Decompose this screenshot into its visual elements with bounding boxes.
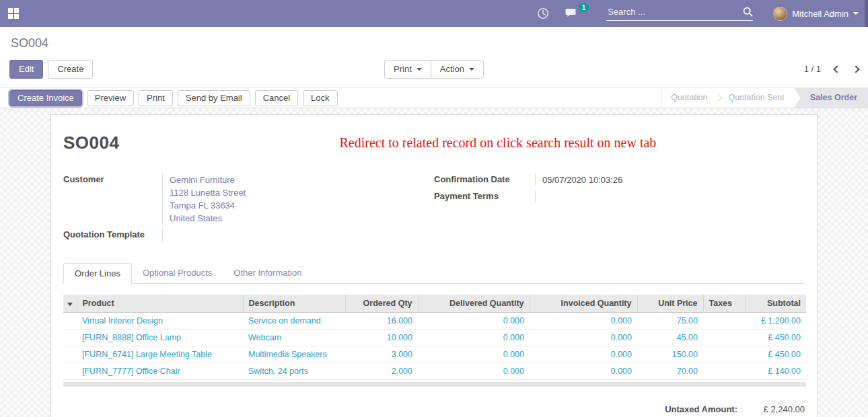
col-header-subtotal[interactable]: Subtotal: [745, 295, 806, 313]
cell-product[interactable]: Virtual Interior Design: [77, 313, 243, 330]
status-pipeline: Quotation Quotation Sent Sales Order: [661, 88, 868, 108]
avatar: [773, 7, 787, 21]
sheet-title-row: SO004 Redirect to related record on clic…: [63, 132, 805, 153]
cell-subtotal: £ 140.00: [745, 363, 806, 380]
table-row[interactable]: Virtual Interior Design Service on deman…: [63, 313, 806, 330]
create-button[interactable]: Create: [48, 60, 93, 79]
customer-street: 1128 Lunetta Street: [170, 186, 434, 199]
tab-other-information[interactable]: Other Information: [223, 263, 312, 283]
table-row[interactable]: [FURN_7777] Office Chair Switch, 24 port…: [63, 363, 806, 380]
payment-terms-value: [535, 190, 805, 203]
cell-description: Service on demand: [243, 313, 345, 330]
col-header-invoiced-quantity[interactable]: Invoiced Quantity: [530, 295, 637, 313]
edit-create-group: Edit Create: [9, 60, 93, 79]
chevron-down-icon: [853, 12, 859, 15]
lock-button[interactable]: Lock: [303, 90, 337, 106]
order-lines-table: Product Description Ordered Qty Delivere…: [63, 295, 806, 380]
field-group-right: Confirmation Date 05/07/2020 10:03:26 Pa…: [434, 174, 805, 245]
sale-order-sheet: SO004 Redirect to related record on clic…: [50, 114, 818, 417]
cell-taxes: [703, 363, 745, 380]
row-handle-cell: [63, 346, 77, 363]
activities-clock-icon[interactable]: [537, 7, 549, 20]
cell-delivered-qty: 0.000: [418, 346, 530, 363]
col-header-description[interactable]: Description: [243, 295, 345, 313]
search-input[interactable]: [606, 6, 743, 17]
payment-terms-label: Payment Terms: [434, 190, 535, 203]
cell-invoiced-qty: 0.000: [530, 313, 637, 330]
customer-country: United States: [170, 212, 434, 225]
step-quotation-sent[interactable]: Quotation Sent: [719, 88, 793, 108]
cell-invoiced-qty: 0.000: [530, 346, 637, 363]
cell-unit-price: 150.00: [637, 346, 703, 363]
action-menu-button[interactable]: Action: [431, 60, 484, 79]
customer-label: Customer: [63, 174, 162, 225]
cell-description: Switch, 24 ports: [243, 363, 345, 380]
customer-city: Tampa FL 33634: [170, 199, 434, 212]
col-header-taxes[interactable]: Taxes: [703, 295, 745, 313]
statusbar: Create Invoice Preview Print Send by Ema…: [0, 87, 868, 108]
page-title: SO004: [63, 132, 119, 153]
top-navbar: 1 Mitchell Admin: [0, 0, 868, 27]
cell-subtotal: £ 450.00: [745, 346, 806, 363]
tab-optional-products[interactable]: Optional Products: [132, 263, 223, 283]
row-handle-cell: [63, 363, 77, 380]
cell-product[interactable]: [FURN_6741] Large Meeting Table: [77, 346, 243, 363]
table-row[interactable]: [FURN_6741] Large Meeting Table Multimed…: [63, 346, 806, 363]
cell-taxes: [703, 313, 745, 330]
user-menu[interactable]: Mitchell Admin: [773, 7, 859, 21]
table-scrollbar-track[interactable]: [63, 382, 806, 387]
cell-delivered-qty: 0.000: [418, 363, 530, 380]
field-groups: Customer Gemini Furniture 1128 Lunetta S…: [63, 174, 805, 245]
confirmation-date-field-row: Confirmation Date 05/07/2020 10:03:26: [434, 174, 805, 186]
cancel-button[interactable]: Cancel: [255, 90, 298, 106]
customer-name-link[interactable]: Gemini Furniture: [170, 174, 434, 186]
cell-ordered-qty: 3.000: [345, 346, 418, 363]
send-by-email-button[interactable]: Send by Email: [178, 90, 250, 106]
cell-delivered-qty: 0.000: [418, 330, 530, 346]
customer-field-row: Customer Gemini Furniture 1128 Lunetta S…: [63, 174, 434, 225]
print-menu-label: Print: [394, 64, 412, 74]
edit-button[interactable]: Edit: [9, 60, 43, 79]
statusbar-buttons: Create Invoice Preview Print Send by Ema…: [9, 90, 338, 106]
totals-section: Untaxed Amount: £ 2,240.00: [63, 404, 805, 414]
pager-next-icon[interactable]: [852, 65, 859, 73]
search-icon[interactable]: [743, 7, 753, 17]
customer-value[interactable]: Gemini Furniture 1128 Lunetta Street Tam…: [162, 174, 434, 225]
chevron-down-icon: [417, 68, 422, 71]
cell-invoiced-qty: 0.000: [530, 363, 637, 380]
pager-count: 1 / 1: [804, 64, 821, 74]
print-action-group: Print Action: [384, 60, 484, 79]
col-header-delivered-quantity[interactable]: Delivered Quantity: [418, 295, 530, 313]
cell-unit-price: 70.00: [637, 363, 703, 380]
pager: 1 / 1: [804, 64, 859, 74]
tab-order-lines[interactable]: Order Lines: [63, 263, 132, 284]
step-quotation[interactable]: Quotation: [661, 88, 717, 108]
preview-button[interactable]: Preview: [87, 90, 134, 106]
content-area: SO004 Redirect to related record on clic…: [0, 108, 868, 417]
cell-ordered-qty: 10.000: [345, 330, 418, 346]
action-menu-label: Action: [440, 64, 464, 74]
messages-icon[interactable]: 1: [565, 8, 579, 20]
user-name: Mitchell Admin: [792, 9, 848, 19]
cell-subtotal: £ 450.00: [745, 330, 806, 346]
cell-description: Multimedia Speakers: [243, 346, 345, 363]
cell-taxes: [703, 330, 745, 346]
create-invoice-button[interactable]: Create Invoice: [9, 90, 82, 106]
pager-previous-icon[interactable]: [833, 65, 840, 73]
apps-menu-icon[interactable]: [8, 8, 19, 19]
col-header-ordered-qty[interactable]: Ordered Qty: [345, 295, 418, 313]
print-menu-button[interactable]: Print: [384, 60, 431, 79]
step-sales-order[interactable]: Sales Order: [794, 88, 868, 108]
search-box: [606, 6, 753, 21]
print-button[interactable]: Print: [139, 90, 173, 106]
col-header-unit-price[interactable]: Unit Price: [637, 295, 703, 313]
table-row[interactable]: [FURN_8888] Office Lamp Webcam 10.000 0.…: [63, 330, 806, 346]
sort-caret-cell[interactable]: [63, 295, 77, 313]
payment-terms-field-row: Payment Terms: [434, 190, 805, 203]
row-handle-cell: [63, 330, 77, 346]
cell-product[interactable]: [FURN_7777] Office Chair: [77, 363, 243, 380]
chevron-down-icon: [469, 68, 474, 71]
col-header-product[interactable]: Product: [77, 295, 243, 313]
cell-product[interactable]: [FURN_8888] Office Lamp: [77, 330, 243, 346]
control-panel: SO004 Edit Create Print Action 1 / 1: [0, 27, 868, 87]
